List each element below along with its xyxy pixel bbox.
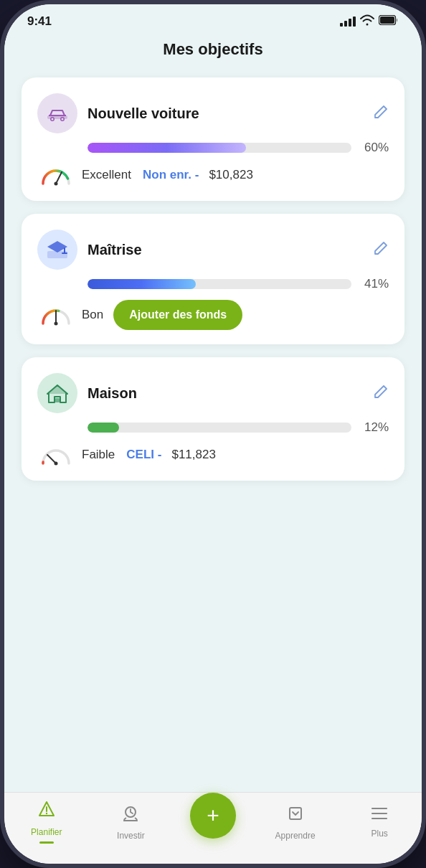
svg-rect-15 <box>55 398 60 402</box>
svg-point-20 <box>46 813 47 814</box>
maitrise-progress-fill <box>87 279 196 289</box>
svg-point-17 <box>55 462 58 466</box>
voiture-progress-track <box>87 143 351 153</box>
status-bar: 9:41 <box>4 4 422 33</box>
maison-status-label: Faible <box>82 448 115 462</box>
voiture-progress-row: 60% <box>87 141 389 155</box>
maitrise-status-label: Bon <box>82 308 103 322</box>
maison-account-label: CELI - <box>126 448 161 462</box>
maison-progress-fill <box>87 423 119 433</box>
voiture-status-label: Excellent <box>82 168 131 182</box>
status-time: 9:41 <box>27 14 52 29</box>
phone-shell: 9:41 <box>0 0 426 868</box>
svg-rect-22 <box>290 808 301 819</box>
page-header: Mes objectifs <box>4 33 422 70</box>
svg-line-16 <box>47 455 56 463</box>
svg-point-5 <box>52 118 54 121</box>
planifier-label: Planifier <box>31 827 62 837</box>
maison-progress-row: 12% <box>87 420 389 435</box>
main-content: Nouvelle voiture 60% <box>4 70 422 792</box>
nav-item-apprendre[interactable]: Apprendre <box>270 803 321 841</box>
maison-gauge-icon <box>40 443 72 466</box>
bottom-nav: Planifier Investir + <box>4 792 422 864</box>
svg-point-8 <box>55 182 58 186</box>
investir-icon <box>120 803 141 828</box>
page-title: Mes objectifs <box>4 40 422 59</box>
maitrise-edit-icon[interactable] <box>373 240 389 260</box>
svg-point-6 <box>62 118 64 121</box>
maitrise-icon-circle <box>37 230 77 270</box>
svg-rect-1 <box>380 16 394 24</box>
maitrise-gauge-icon <box>40 303 72 326</box>
goal-card-voiture: Nouvelle voiture 60% <box>22 77 404 201</box>
voiture-progress-fill <box>87 143 246 153</box>
nav-item-planifier[interactable]: Planifier <box>22 800 72 844</box>
maison-amount: $11,823 <box>171 448 215 462</box>
voiture-amount: $10,823 <box>209 168 252 182</box>
status-icons <box>340 14 399 29</box>
planifier-icon <box>37 800 57 824</box>
voiture-edit-icon[interactable] <box>373 104 389 123</box>
plus-label: Plus <box>371 829 388 839</box>
maison-status-row: Faible CELI - $11,823 <box>40 443 389 466</box>
voiture-status-row: Excellent Non enr. - $10,823 <box>40 164 389 187</box>
phone-screen: 9:41 <box>4 4 422 864</box>
svg-marker-14 <box>47 385 67 394</box>
plus-menu-icon <box>369 806 389 826</box>
card-left-voiture: Nouvelle voiture <box>37 93 199 133</box>
svg-line-7 <box>56 172 62 184</box>
maitrise-title: Maîtrise <box>87 242 142 258</box>
svg-point-12 <box>55 322 58 326</box>
maitrise-progress-track <box>87 279 351 289</box>
maison-icon-circle <box>37 373 77 413</box>
nav-center-add-button[interactable]: + <box>190 793 236 839</box>
maitrise-progress-row: 41% <box>87 277 389 291</box>
maitrise-progress-percent: 41% <box>360 277 389 291</box>
voiture-icon-circle <box>37 93 77 133</box>
investir-label: Investir <box>117 831 145 841</box>
maison-edit-icon[interactable] <box>373 384 389 403</box>
add-funds-button[interactable]: Ajouter des fonds <box>113 300 242 330</box>
voiture-title: Nouvelle voiture <box>87 105 199 122</box>
add-icon: + <box>207 805 219 826</box>
maitrise-status-row: Bon Ajouter des fonds <box>40 300 389 330</box>
maison-progress-percent: 12% <box>360 420 389 435</box>
apprendre-label: Apprendre <box>275 831 316 841</box>
signal-icon <box>340 16 356 27</box>
wifi-icon <box>360 14 374 29</box>
goal-card-maison: Maison 12% <box>22 357 404 481</box>
maison-title: Maison <box>87 385 137 402</box>
nav-item-investir[interactable]: Investir <box>105 803 156 841</box>
maison-progress-track <box>87 423 351 433</box>
voiture-progress-percent: 60% <box>360 141 389 155</box>
goal-card-maitrise: Maîtrise 41% <box>22 214 404 344</box>
nav-item-plus[interactable]: Plus <box>354 806 404 839</box>
battery-icon <box>379 15 399 28</box>
card-left-maison: Maison <box>37 373 137 413</box>
apprendre-icon <box>285 803 306 828</box>
card-left-maitrise: Maîtrise <box>37 230 142 270</box>
voiture-gauge-icon <box>40 164 72 187</box>
voiture-account-label: Non enr. - <box>143 168 199 182</box>
